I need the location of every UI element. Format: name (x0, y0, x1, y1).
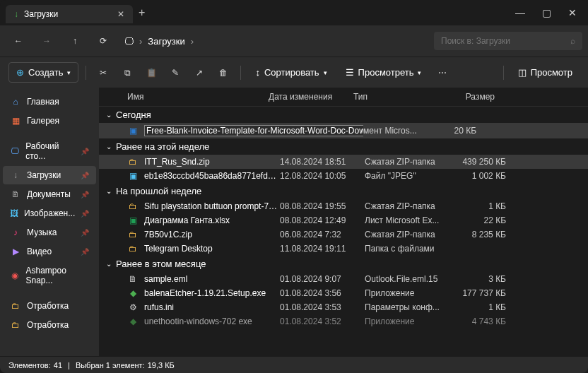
chevron-down-icon: ▾ (67, 69, 71, 76)
up-button[interactable]: ↑ (62, 30, 88, 52)
tab-downloads[interactable]: ↓ Загрузки ✕ (6, 5, 133, 23)
preview-pane-button[interactable]: ◫ Просмотр (511, 63, 580, 82)
video-icon: ▶ (10, 247, 21, 256)
rename-button[interactable]: ✎ (165, 63, 185, 83)
ini-icon: ⚙ (127, 302, 139, 312)
back-button[interactable]: ← (6, 30, 31, 52)
file-date: 01.08.2024 3:52 (280, 316, 365, 326)
sidebar-item-home[interactable]: ⌂Главная (3, 93, 96, 111)
file-row[interactable]: ⚙ rufus.ini 01.08.2024 3:53 Параметры ко… (99, 300, 588, 314)
exe-icon: ◆ (127, 316, 139, 326)
file-row[interactable]: 🗀 Sifu playstation buttuon prompt-799-v1… (99, 199, 588, 213)
file-row[interactable]: ◆ unethootin-windows-702 exe 01.08.2024 … (99, 314, 588, 328)
maximize-button[interactable]: ▢ (542, 7, 551, 18)
minimize-button[interactable]: — (515, 7, 525, 18)
chevron-right-icon: › (139, 36, 142, 47)
zip-icon: 🗀 (127, 201, 139, 211)
share-button[interactable]: ↗ (189, 63, 209, 83)
sort-button[interactable]: ↕ Сортировать ▾ (248, 63, 334, 82)
pin-icon: 📌 (81, 172, 89, 179)
file-name-editing[interactable]: Free-Blank-Invoice-Template-for-Microsof… (144, 125, 363, 136)
chevron-down-icon: ⌄ (106, 260, 112, 268)
sidebar-item-folder2[interactable]: 🗀Отработка (3, 316, 96, 334)
group-lastweek[interactable]: ⌄На прошлой неделе (99, 183, 588, 199)
home-icon: ⌂ (10, 97, 21, 107)
pin-icon: 📌 (81, 148, 89, 155)
file-row[interactable]: ▣ Free-Blank-Invoice-Template-for-Micros… (99, 123, 588, 138)
document-icon: 🗎 (10, 189, 21, 199)
file-size: 1 КБ (442, 302, 506, 312)
folder-icon: 🗀 (127, 157, 139, 167)
file-row[interactable]: 🗀 7B50v1C.zip 06.08.2024 7:32 Сжатая ZIP… (99, 227, 588, 242)
copy-button[interactable]: ⧉ (117, 63, 137, 83)
close-button[interactable]: ✕ (568, 7, 577, 18)
file-row[interactable]: 🗀 Telegram Desktop 11.08.2024 19:11 Папк… (99, 242, 588, 256)
search-box[interactable]: ⌕ (434, 32, 582, 50)
status-sel-size: 19,3 КБ (148, 361, 175, 369)
group-today[interactable]: ⌄Сегодня (99, 107, 588, 123)
more-button[interactable]: ⋯ (433, 63, 452, 83)
col-date[interactable]: Дата изменения (269, 92, 353, 102)
col-size[interactable]: Размер (431, 92, 495, 102)
sidebar-item-folder1[interactable]: 🗀Отработка (3, 297, 96, 315)
file-size: 439 250 КБ (442, 157, 506, 167)
sidebar-item-desktop[interactable]: 🖵Рабочий сто...📌 (3, 137, 96, 165)
file-type: Приложение (365, 288, 442, 298)
view-button[interactable]: ☰ Просмотреть ▾ (339, 63, 429, 82)
music-icon: ♪ (10, 227, 21, 237)
pin-icon: 📌 (81, 229, 89, 237)
tab-close-icon[interactable]: ✕ (117, 9, 124, 19)
sidebar: ⌂Главная ▦Галерея 🖵Рабочий сто...📌 ↓Загр… (0, 88, 99, 356)
pin-icon: 📌 (81, 210, 89, 218)
search-icon[interactable]: ⌕ (570, 36, 575, 46)
file-list[interactable]: Имя Дата изменения Тип Размер ⌄Сегодня ▣… (99, 88, 588, 356)
sidebar-item-ashampoo[interactable]: ◉Ashampoo Snap... (3, 261, 96, 290)
refresh-button[interactable]: ⟳ (90, 30, 116, 52)
create-button[interactable]: ⊕ Создать ▾ (8, 62, 78, 83)
column-headers[interactable]: Имя Дата изменения Тип Размер (99, 88, 588, 107)
file-type: Лист Microsoft Ex... (365, 215, 442, 225)
paste-button[interactable]: 📋 (141, 63, 161, 83)
delete-button[interactable]: 🗑 (213, 63, 233, 83)
cut-button[interactable]: ✂ (93, 63, 113, 83)
exe-icon: ◆ (127, 288, 139, 298)
sidebar-item-documents[interactable]: 🗎Документы📌 (3, 185, 96, 203)
chevron-down-icon: ⌄ (106, 143, 112, 150)
file-date: 14.08.2024 18:51 (280, 157, 365, 167)
search-input[interactable] (441, 36, 565, 46)
sidebar-item-pictures[interactable]: 🖼Изображен...📌 (3, 204, 96, 223)
file-row[interactable]: 🗎 sample.eml 01.08.2024 9:07 Outlook.Fil… (99, 272, 588, 286)
sidebar-item-music[interactable]: ♪Музыка📌 (3, 223, 96, 242)
sidebar-item-downloads[interactable]: ↓Загрузки📌 (3, 166, 96, 184)
file-name: rufus.ini (144, 302, 280, 312)
file-size: 1 002 КБ (442, 171, 506, 181)
file-type: Файл "JPEG" (365, 171, 442, 181)
group-thismonth[interactable]: ⌄Ранее в этом месяце (99, 256, 588, 272)
new-tab-button[interactable]: + (139, 6, 145, 19)
folder-icon: 🗀 (10, 301, 21, 311)
file-name: Диаграмма Ганта.xlsx (144, 215, 280, 225)
breadcrumb[interactable]: 🖵 › Загрузки › (124, 36, 194, 47)
pin-icon: 📌 (81, 191, 89, 199)
file-row[interactable]: ▣ Диаграмма Ганта.xlsx 08.08.2024 12:49 … (99, 213, 588, 227)
status-sel-label: Выбран 1 элемент: (76, 361, 145, 369)
file-date: 08.08.2024 12:49 (280, 215, 365, 225)
file-name: Sifu playstation buttuon prompt-799-v1-.… (144, 201, 280, 211)
file-name: balenaEtcher-1.19.21.Setup.exe (144, 288, 280, 298)
forward-button[interactable]: → (34, 30, 59, 52)
file-type: Сжатая ZIP-папка (365, 230, 442, 239)
col-type[interactable]: Тип (353, 92, 431, 102)
group-thisweek[interactable]: ⌄Ранее на этой неделе (99, 138, 588, 155)
breadcrumb-location[interactable]: Загрузки (148, 36, 184, 47)
file-row[interactable]: ◆ balenaEtcher-1.19.21.Setup.exe 01.08.2… (99, 286, 588, 300)
view-icon: ☰ (346, 67, 354, 78)
sidebar-item-videos[interactable]: ▶Видео📌 (3, 242, 96, 261)
chevron-down-icon: ▾ (418, 69, 421, 76)
file-row[interactable]: 🗀 ITT_Rus_Snd.zip 14.08.2024 18:51 Сжата… (99, 155, 588, 169)
preview-icon: ◫ (518, 67, 527, 78)
file-name: Telegram Desktop (144, 244, 280, 254)
toolbar: ⊕ Создать ▾ ✂ ⧉ 📋 ✎ ↗ 🗑 ↕ Сортировать ▾ … (0, 57, 588, 88)
col-name[interactable]: Имя (127, 92, 269, 102)
file-row[interactable]: ▣ eb1e83cccbd45baa86da8771efdd7197-tra..… (99, 169, 588, 183)
sidebar-item-gallery[interactable]: ▦Галерея (3, 112, 96, 130)
